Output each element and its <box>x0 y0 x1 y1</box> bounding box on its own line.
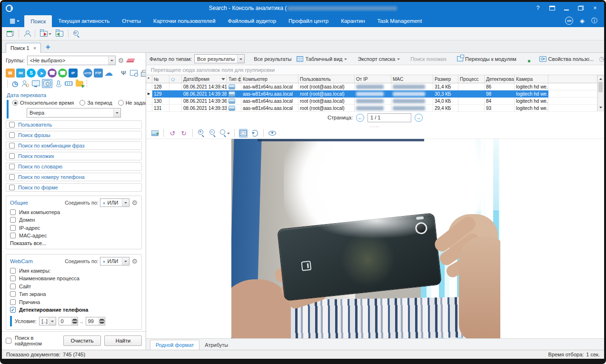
cell-process[interactable] <box>458 105 485 112</box>
cell-num[interactable]: 131 <box>152 105 169 112</box>
monitor-source-icon[interactable] <box>31 79 40 88</box>
cell-tag[interactable] <box>169 83 182 90</box>
cell-num[interactable]: 129 <box>152 90 169 98</box>
groups-settings-icon[interactable]: ⚙ <box>118 57 124 64</box>
zoom-out-button[interactable]: − <box>209 129 217 138</box>
cell-datetime[interactable]: 08.06.2021 14:39:33 <box>182 105 227 112</box>
help-button[interactable]: ? <box>535 5 541 11</box>
cell-user[interactable]: root (root@aas.local) <box>298 90 355 98</box>
cell-camera[interactable]: logitech hd we... <box>515 83 548 90</box>
export-search-button[interactable] <box>39 30 52 38</box>
radio-relative-time-label[interactable]: Относительное время <box>20 100 74 106</box>
splitter-handle[interactable]: ..... <box>146 124 604 128</box>
app-menu-button[interactable]: ▦ <box>5 14 24 27</box>
keylogger-source-icon[interactable] <box>64 79 73 88</box>
search-in-found-label[interactable]: Поиск в найденном <box>15 335 60 346</box>
fit-to-window-button[interactable] <box>239 129 248 138</box>
row-marker-cell[interactable] <box>146 105 152 112</box>
api-icon[interactable]: API <box>565 17 573 25</box>
refresh-view-button[interactable] <box>250 129 259 138</box>
clear-button[interactable]: Очистить <box>63 335 101 346</box>
cell-camera[interactable]: logitech hd we... <box>515 90 548 98</box>
export-list-button[interactable]: Экспорт списка <box>356 55 401 63</box>
cell-datetime[interactable]: 08.06.2021 14:39:38 <box>182 90 227 98</box>
radio-period[interactable] <box>79 100 85 106</box>
col-header-computer[interactable]: Компьютер <box>241 75 298 83</box>
preview-toggle-button[interactable] <box>268 129 277 138</box>
goto-modules-button[interactable]: Переходы к модулям <box>456 55 518 63</box>
cell-ip-redacted[interactable] <box>355 83 391 90</box>
cloud-source-icon[interactable]: ☁ <box>104 69 113 78</box>
col-header-process[interactable]: Процесс <box>458 75 485 83</box>
col-header-tag[interactable]: ◇ <box>169 75 182 83</box>
ftp-source-icon[interactable]: FTP <box>94 69 103 78</box>
save-image-button[interactable] <box>150 129 159 138</box>
webcam-cb-site[interactable]: Сайт <box>10 284 138 289</box>
menu-tab-reports[interactable]: Отчеты <box>116 14 147 27</box>
col-header-marker[interactable]: * <box>146 75 152 83</box>
checkbox[interactable] <box>9 153 15 159</box>
webcam-cb-camera-name[interactable]: Имя камеры: <box>10 268 138 274</box>
user-activity-source-icon[interactable] <box>21 79 30 88</box>
criteria-item-user[interactable]: Пользователь <box>6 120 142 129</box>
col-header-ip[interactable]: От IP <box>355 75 391 83</box>
lync-source-icon[interactable]: IP <box>69 69 78 78</box>
radio-period-label[interactable]: За период <box>87 100 112 106</box>
row-marker-cell[interactable] <box>146 98 152 105</box>
find-button[interactable]: Найти <box>104 335 142 346</box>
row-marker-cell[interactable] <box>146 83 152 90</box>
common-join-combobox[interactable]: ◑ ИЛИ <box>100 198 129 207</box>
cell-detected[interactable]: 93 <box>485 105 515 112</box>
page-number-input[interactable]: 1 / 1 <box>368 113 411 122</box>
cell-filetype[interactable] <box>227 105 241 112</box>
show-all-link[interactable]: Показать все... <box>10 240 138 246</box>
usb-source-icon[interactable]: Ψ <box>119 69 128 78</box>
table-scrollbar[interactable] <box>597 75 604 111</box>
grouping-drop-area[interactable]: Перетащите сюда заголовок поля для групп… <box>146 65 604 75</box>
col-header-size[interactable]: Размер <box>433 75 458 83</box>
cell-computer[interactable]: aas-w81x64ru.aas.local <box>241 98 298 105</box>
cell-camera[interactable]: logitech hd we... <box>515 98 548 105</box>
cell-filetype[interactable] <box>227 90 241 98</box>
find-user-button[interactable] <box>23 30 31 38</box>
criteria-item-similar-search[interactable]: Поиск похожих <box>6 152 142 160</box>
all-results-button[interactable]: Все результаты <box>252 55 293 63</box>
menu-tab-task-management[interactable]: Task Management <box>371 14 428 27</box>
menu-tab-current-activity[interactable]: Текущая активность <box>52 14 116 27</box>
cell-detected[interactable]: 86 <box>485 83 515 90</box>
cell-process[interactable] <box>458 83 485 90</box>
collapse-ribbon-button[interactable] <box>549 5 556 11</box>
cell-computer[interactable]: aas-w81x64ru.aas.local <box>241 83 298 90</box>
user-properties-button[interactable]: Свойства пользо... <box>538 55 596 63</box>
viber-source-icon[interactable]: ☎ <box>48 69 57 78</box>
cell-process[interactable] <box>458 98 485 105</box>
menu-tab-file-auditor[interactable]: Файловый аудитор <box>222 14 283 27</box>
cell-size[interactable]: 30,3 КБ <box>433 90 458 98</box>
cell-ip-redacted[interactable] <box>355 90 391 98</box>
whatsapp-source-icon[interactable]: ☎ <box>58 69 67 78</box>
criteria-item-phrase-search[interactable]: Поиск фразы <box>6 131 142 139</box>
close-button[interactable]: × <box>592 5 598 11</box>
search-tab-1[interactable]: Поиск 1 × <box>6 43 41 53</box>
cell-process[interactable] <box>458 90 485 98</box>
webcam-join-combobox[interactable]: ◑ ИЛИ <box>100 257 129 266</box>
tab-close-icon[interactable]: × <box>33 45 36 51</box>
activity-time-source-icon[interactable]: ◷ <box>10 79 20 88</box>
cell-size[interactable]: 34,0 КБ <box>433 98 458 105</box>
condition-from-spinner[interactable]: 0 <box>59 317 78 325</box>
col-header-num[interactable]: № <box>152 75 169 83</box>
im-source-icon[interactable]: IM <box>16 69 25 78</box>
menu-tab-search[interactable]: Поиск <box>24 15 52 27</box>
mail-source-icon[interactable]: ✉ <box>6 69 15 78</box>
telegram-source-icon[interactable]: ➤ <box>37 69 46 78</box>
radio-relative-time[interactable] <box>12 100 18 106</box>
cell-computer[interactable]: aas-w81x64ru.aas.local <box>241 105 298 112</box>
common-cb-ip-address[interactable]: IP-адрес <box>10 225 138 231</box>
info-icon[interactable]: ⓘ <box>591 17 597 25</box>
search-by-id-button[interactable]: ID <box>72 30 81 38</box>
cell-tag[interactable] <box>169 98 182 105</box>
clear-groups-icon[interactable] <box>126 59 135 62</box>
cell-datetime[interactable]: 08.06.2021 14:39:36 <box>182 98 227 105</box>
cell-mac-redacted[interactable] <box>391 90 433 98</box>
http-source-icon[interactable]: HTTP <box>83 69 92 78</box>
